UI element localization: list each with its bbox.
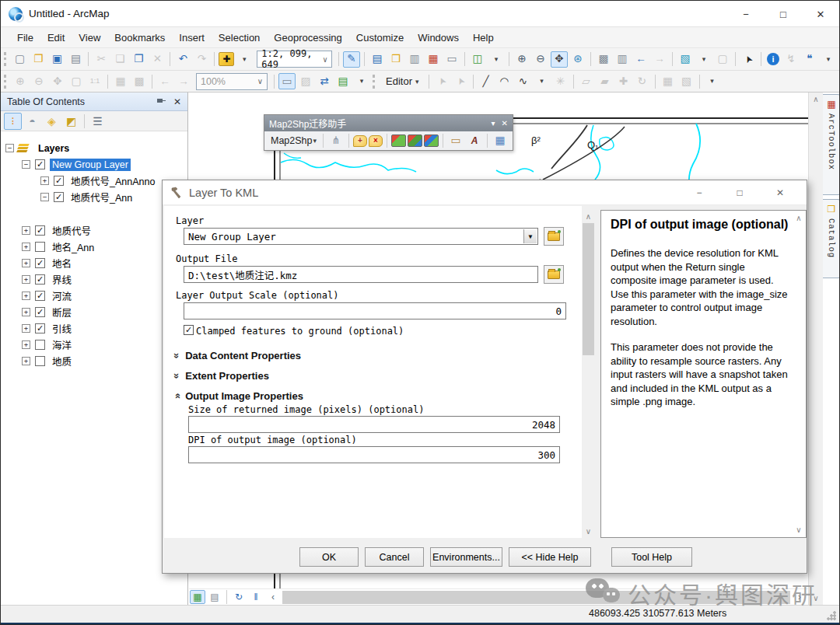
menu-file[interactable]: File [10,29,40,47]
toc-tree-row[interactable]: +✓界线 [1,271,187,288]
line-symbols-icon[interactable] [408,134,422,147]
expander-icon[interactable]: + [22,308,30,316]
zoom-in-icon[interactable]: ⊕ [513,51,530,68]
toc-tree-row[interactable]: −Layers [1,140,187,156]
print-icon[interactable]: ▤ [67,51,84,68]
endpoint-arc-icon[interactable]: ◠ [496,73,513,89]
menu-view[interactable]: View [72,29,107,47]
menu-windows[interactable]: Windows [411,29,466,47]
layer-label[interactable]: 断层 [50,304,74,320]
page-zoom-combo[interactable]: 100% ∨ [196,73,268,90]
section-data-content-properties[interactable]: » Data Content Properties [174,350,301,361]
toolbar-window-icon[interactable]: ▥ [406,51,423,68]
section-output-image-properties[interactable]: » Output Image Properties [174,390,303,402]
layer-visibility-checkbox[interactable]: ✓ [35,274,45,285]
scale-bar-icon[interactable]: ▭ [447,133,464,149]
delete-comment-icon[interactable]: × [369,135,383,147]
scrollbar-thumb[interactable] [583,223,594,355]
toolbar-grip[interactable] [373,75,376,89]
scroll-up-icon[interactable]: ∧ [809,93,823,106]
help-scrollbar[interactable]: ∧ ∨ [793,211,805,536]
tab-catalog[interactable]: ❒ Catalog [823,199,840,278]
toggle-draft-mode-icon[interactable]: ▭ [278,73,296,89]
identify-icon[interactable]: i [767,53,779,65]
layer-visibility-checkbox[interactable]: ✓ [54,192,64,202]
modelbuilder-icon[interactable]: ◫ [469,51,486,68]
toc-tree-row[interactable]: +✓河流 [1,288,187,304]
layer-browse-button[interactable] [544,227,564,246]
layer-label[interactable]: 海洋 [50,337,74,353]
table-of-contents-icon[interactable]: ▤ [369,51,386,68]
pause-drawing-icon[interactable]: ‖ [248,590,264,604]
back-extent-icon[interactable]: ← [632,51,649,68]
combo-chevron-icon[interactable]: ∨ [257,77,263,86]
section-extent-properties[interactable]: » Extent Properties [174,370,269,382]
toc-close-icon[interactable]: ✕ [173,96,181,107]
scroll-down-icon[interactable]: ∨ [793,523,805,536]
expander-icon[interactable]: − [40,193,49,201]
layer-visibility-checkbox[interactable]: ✓ [35,225,45,236]
map2shp-close-icon[interactable]: ✕ [502,119,508,127]
expander-icon[interactable]: − [22,160,30,169]
change-layout-icon[interactable]: ⇄ [316,73,333,89]
toc-tree-row[interactable]: +✓地质代号_AnnAnno [1,173,187,189]
expander-icon[interactable]: + [22,275,30,284]
layer-combo[interactable]: New Group Layer ▼ [184,228,538,245]
layer-visibility-checkbox[interactable] [35,340,45,350]
fixed-zoom-out-icon[interactable]: ▥ [614,51,631,68]
maximize-button[interactable]: □ [765,1,802,27]
map2shp-titlebar[interactable]: Map2Shp迁移助手 ▾ ✕ [264,115,513,131]
trace-dropdown-icon[interactable]: ▾ [534,73,551,89]
expander-icon[interactable]: + [22,226,30,235]
toolbar-grip[interactable] [4,52,7,66]
toc-tree-row[interactable]: +地质 [1,353,187,369]
minimize-button[interactable]: − [727,1,765,27]
menu-customize[interactable]: Customize [349,29,411,47]
scroll-up-icon[interactable]: ∧ [793,211,805,225]
scroll-right-icon[interactable]: › [792,590,807,604]
scrollbar-track[interactable] [282,591,790,604]
new-document-icon[interactable]: ▢ [11,51,28,68]
output-browse-button[interactable] [544,265,564,284]
dpi-input[interactable]: 300 [188,446,560,463]
toc-tree-row[interactable]: +地名_Ann [1,239,187,255]
toc-options-icon[interactable]: ☰ [89,113,107,130]
layout-view-icon[interactable]: ▤ [207,590,222,604]
layers-grid-icon[interactable]: ▦ [492,133,509,149]
menu-geoprocessing[interactable]: Geoprocessing [267,29,348,47]
list-by-source-icon[interactable]: ◓ [23,113,41,130]
layer-label[interactable]: 地质代号 [50,222,93,239]
layer-label[interactable]: 地质代号_AnnAnno [68,173,157,189]
list-by-drawing-order-icon[interactable]: ⁝ [4,113,22,130]
layer-label[interactable]: 地名_Ann [50,239,96,255]
data-driven-pages-icon[interactable]: ▤ [334,73,352,89]
scrollbar-track[interactable] [582,223,595,525]
layout-overflow-icon[interactable]: ▾ [353,73,370,89]
select-features-icon[interactable]: ▧ [677,51,694,68]
tools-overflow-icon[interactable]: ▾ [820,51,837,68]
paste-icon[interactable]: ❐ [130,51,147,68]
pin-icon[interactable] [156,97,166,106]
select-features-dropdown-icon[interactable]: ▾ [695,51,712,68]
editor-overflow-icon[interactable]: ▾ [704,73,721,89]
trace-icon[interactable]: ∿ [515,73,532,89]
menu-selection[interactable]: Selection [212,29,267,47]
cancel-button[interactable]: Cancel [365,547,424,567]
layer-label[interactable]: Layers [36,142,72,155]
resize-grip[interactable] [827,611,836,620]
expander-icon[interactable]: + [40,176,49,185]
pan-icon[interactable]: ✥ [551,51,568,68]
toc-tree-row[interactable]: +✓地名 [1,255,187,271]
layer-visibility-checkbox[interactable]: ✓ [35,323,45,333]
point-symbols-icon[interactable] [391,134,406,147]
layer-visibility-checkbox[interactable]: ✓ [35,159,45,169]
layer-label[interactable]: 界线 [50,271,74,288]
toolbar-grip[interactable] [4,75,8,89]
python-window-icon[interactable]: ▭ [443,51,460,68]
add-data-dropdown-icon[interactable]: ▾ [236,51,253,68]
annotation-text-icon[interactable]: A [466,133,483,149]
select-elements-icon[interactable]: ➤ [737,48,759,71]
toc-tree-row[interactable]: −✓New Group Layer [1,156,187,173]
html-popup-icon[interactable]: ❝ [801,51,818,68]
image-size-input[interactable]: 2048 [188,416,560,433]
